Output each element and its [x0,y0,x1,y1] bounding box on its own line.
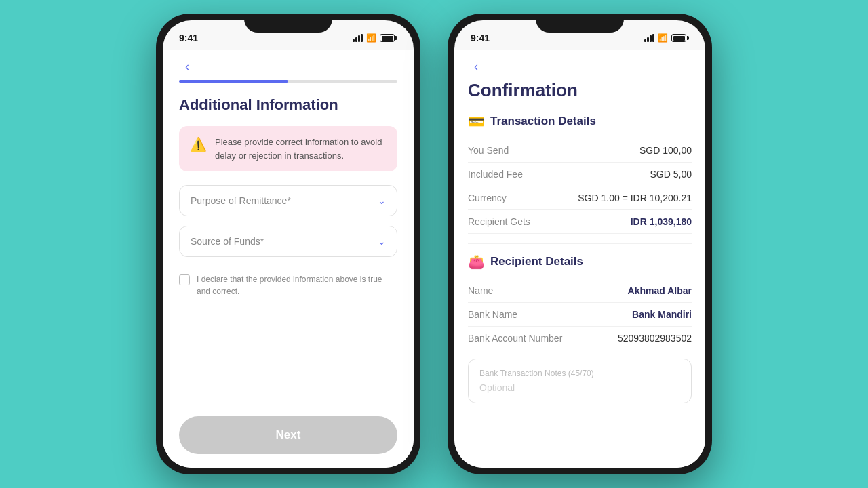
label-recipient-gets: Recipient Gets [468,216,530,227]
alert-box: ⚠️ Please provide correct information to… [179,126,397,171]
progress-bar [179,80,397,83]
recipient-section-title: Recipient Details [490,255,583,268]
value-you-send: SGD 100,00 [639,145,692,156]
wifi-icon-left: 📶 [366,33,376,43]
back-arrow-left: ‹ [179,58,195,75]
row-you-send: You Send SGD 100,00 [468,139,692,163]
declaration-checkbox[interactable] [179,274,190,285]
wifi-icon-right: 📶 [658,33,668,43]
row-currency: Currency SGD 1.00 = IDR 10,200.21 [468,186,692,210]
confirmation-title: Confirmation [468,80,692,101]
next-button-container: Next [163,405,414,468]
value-included-fee: SGD 5,00 [650,169,692,180]
source-arrow-icon: ⌄ [378,236,386,247]
value-bank-name: Bank Mandiri [632,309,692,320]
label-you-send: You Send [468,145,509,156]
alert-text: Please provide correct information to av… [215,136,387,162]
transaction-section-icon: 💳 [468,113,485,129]
transaction-rows: You Send SGD 100,00 Included Fee SGD 5,0… [468,139,692,234]
label-included-fee: Included Fee [468,169,523,180]
transaction-section-header: 💳 Transaction Details [468,113,692,129]
purpose-arrow-icon: ⌄ [378,195,386,206]
back-button-left[interactable]: ‹ [179,50,397,80]
notes-placeholder: Optional [479,382,680,393]
alert-icon: ⚠️ [190,136,207,152]
status-icons-right: 📶 [644,33,689,43]
row-name: Name Akhmad Albar [468,279,692,303]
transaction-section-title: Transaction Details [490,115,596,128]
next-button[interactable]: Next [179,416,397,454]
recipient-rows: Name Akhmad Albar Bank Name Bank Mandiri… [468,279,692,350]
time-right: 9:41 [471,33,490,43]
status-icons-left: 📶 [353,33,397,43]
value-name: Akhmad Albar [628,285,692,296]
row-account-number: Bank Account Number 52093802983502 [468,327,692,350]
row-bank-name: Bank Name Bank Mandiri [468,303,692,327]
label-currency: Currency [468,192,507,203]
label-account-number: Bank Account Number [468,333,562,344]
source-dropdown[interactable]: Source of Funds* ⌄ [179,226,397,257]
battery-icon-right [671,34,689,42]
notch-left [244,14,332,33]
purpose-label: Purpose of Remittance* [191,195,291,206]
left-phone: 9:41 📶 ‹ Additional Information [156,14,420,474]
value-currency: SGD 1.00 = IDR 10,200.21 [578,192,692,203]
signal-icon-right [644,34,654,42]
recipient-section-header: 👛 Recipient Details [468,253,692,270]
progress-fill [179,80,288,83]
back-button-right[interactable]: ‹ [468,50,692,80]
back-arrow-right: ‹ [468,58,484,75]
row-included-fee: Included Fee SGD 5,00 [468,163,692,186]
time-left: 9:41 [179,33,198,43]
source-label: Source of Funds* [191,236,264,247]
declaration-label: I declare that the provided information … [197,273,397,298]
value-account-number: 52093802983502 [618,333,692,344]
recipient-section-icon: 👛 [468,253,485,270]
signal-icon-left [353,34,363,42]
left-content: ‹ Additional Information ⚠️ Please provi… [163,50,414,405]
notes-container[interactable]: Bank Transaction Notes (45/70) Optional [468,359,692,403]
label-name: Name [468,285,493,296]
section-divider [468,243,692,244]
value-recipient-gets: IDR 1,039,180 [631,216,692,227]
page-title-left: Additional Information [179,96,397,114]
confirmation-content: ‹ Confirmation 💳 Transaction Details You… [454,50,705,468]
notch-right [536,14,624,33]
row-recipient-gets: Recipient Gets IDR 1,039,180 [468,210,692,234]
label-bank-name: Bank Name [468,309,517,320]
battery-icon-left [380,34,397,42]
declaration-row: I declare that the provided information … [179,266,397,304]
purpose-dropdown[interactable]: Purpose of Remittance* ⌄ [179,185,397,216]
notes-header: Bank Transaction Notes (45/70) [479,369,680,378]
right-phone: 9:41 📶 ‹ Confirmation 💳 Transact [448,14,712,474]
